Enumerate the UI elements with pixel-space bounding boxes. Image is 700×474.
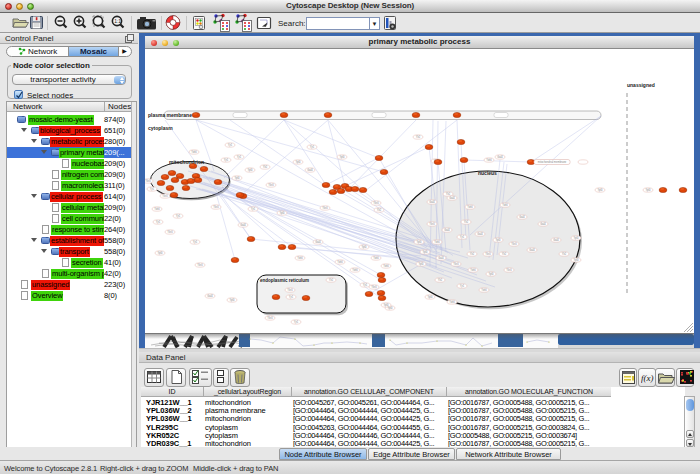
svg-text:Ydr0: Ydr0 (383, 264, 389, 268)
svg-text:Ydr0: Ydr0 (467, 205, 473, 209)
svg-text:f(x): f(x) (641, 373, 654, 383)
svg-text:Ylr2: Ylr2 (464, 220, 469, 224)
svg-text:Ykr0: Ykr0 (371, 285, 377, 289)
svg-text:Ykr0: Ykr0 (197, 263, 203, 267)
svg-text:Ypl0: Ypl0 (417, 240, 423, 244)
svg-text:Gal4: Gal4 (207, 294, 213, 298)
svg-text:Ydr0: Ydr0 (481, 288, 487, 292)
svg-text:1:1: 1:1 (114, 18, 121, 24)
svg-text:Gal4: Gal4 (553, 238, 559, 242)
svg-text:endoplasmic reticulum: endoplasmic reticulum (260, 278, 309, 283)
svg-text:Ydr0: Ydr0 (154, 207, 160, 211)
svg-text:Ykr0: Ykr0 (485, 252, 491, 256)
svg-text:unassigned: unassigned (627, 82, 655, 88)
svg-text:mitochondrion: mitochondrion (169, 159, 204, 165)
svg-text:Ypl0: Ypl0 (296, 160, 302, 164)
svg-text:Gal4: Gal4 (540, 222, 546, 226)
svg-text:Yjr1: Yjr1 (150, 187, 155, 191)
svg-text:Gal4: Gal4 (307, 168, 313, 172)
svg-text:Ydr0: Ydr0 (297, 256, 303, 260)
svg-text:Yjr1: Yjr1 (294, 320, 299, 324)
svg-text:Ypl0: Ypl0 (428, 295, 434, 299)
svg-text:Ypl0: Ypl0 (158, 251, 164, 255)
svg-text:Ypl0: Ypl0 (340, 155, 346, 159)
svg-text:Ypl0: Ypl0 (248, 168, 254, 172)
svg-text:Gal4: Gal4 (438, 256, 444, 260)
svg-text:Ylr2: Ylr2 (502, 252, 507, 256)
svg-text:Ypl0: Ypl0 (489, 272, 495, 276)
svg-text:Ypl0: Ypl0 (384, 303, 390, 307)
svg-text:Ydr0: Ydr0 (434, 240, 440, 244)
svg-text:Ydr0: Ydr0 (373, 256, 379, 260)
svg-text:Gal4: Gal4 (444, 228, 450, 232)
svg-text:Ydr0: Ydr0 (470, 268, 476, 272)
svg-text:Ylr2: Ylr2 (416, 135, 421, 139)
svg-text:Ydr0: Ydr0 (486, 158, 492, 162)
svg-text:Ykr0: Ykr0 (268, 183, 274, 187)
svg-text:Gal4: Gal4 (429, 200, 435, 204)
svg-text:Gal4: Gal4 (529, 248, 535, 252)
svg-text:Gal4: Gal4 (519, 215, 525, 219)
svg-text:Gal4: Gal4 (477, 232, 483, 236)
svg-text:mitochondrial membrane: mitochondrial membrane (538, 160, 567, 164)
svg-text:Yjr1: Yjr1 (193, 240, 198, 244)
svg-text:Ypl0: Ypl0 (230, 298, 236, 302)
svg-text:Ypl0: Ypl0 (419, 262, 425, 266)
svg-text:Ydr0: Ydr0 (449, 300, 455, 304)
svg-text:Ypl0: Ypl0 (235, 176, 241, 180)
svg-text:Ykr0: Ykr0 (167, 230, 173, 234)
svg-text:Ykr0: Ykr0 (429, 222, 435, 226)
svg-text:Ypl0: Ypl0 (646, 188, 652, 192)
svg-text:Ydr0: Ydr0 (502, 203, 508, 207)
svg-text:Ykr0: Ykr0 (373, 201, 379, 205)
svg-text:Ypl0: Ypl0 (423, 250, 429, 254)
svg-text:Yjr1: Yjr1 (224, 158, 229, 162)
svg-text:Ylr2: Ylr2 (562, 252, 567, 256)
svg-text:Yjr1: Yjr1 (237, 155, 242, 159)
svg-text:Yjr1: Yjr1 (289, 295, 294, 299)
svg-text:Yjr1: Yjr1 (363, 283, 368, 287)
svg-text:Yjr1: Yjr1 (176, 214, 181, 218)
svg-text:Ypl0: Ypl0 (598, 188, 604, 192)
svg-text:plasma membrane: plasma membrane (148, 112, 192, 118)
svg-text:Ylr2: Ylr2 (263, 165, 268, 169)
svg-text:Ykr0: Ykr0 (213, 205, 219, 209)
svg-text:Yjr1: Yjr1 (251, 207, 256, 211)
svg-text:Yjr1: Yjr1 (310, 145, 315, 149)
svg-text:Ypl0: Ypl0 (362, 245, 368, 249)
svg-text:Ykr0: Ykr0 (453, 262, 459, 266)
svg-text:Gal4: Gal4 (240, 223, 246, 227)
svg-text:Ykr0: Ykr0 (162, 194, 168, 198)
svg-text:Ylr2: Ylr2 (329, 278, 334, 282)
svg-text:Ylr2: Ylr2 (438, 278, 443, 282)
svg-text:Yjr1: Yjr1 (228, 143, 233, 147)
svg-text:Yjr1: Yjr1 (460, 235, 465, 239)
svg-text:Gal4: Gal4 (449, 196, 455, 200)
svg-text:Ylr2: Ylr2 (446, 192, 451, 196)
svg-text:Ykr0: Ykr0 (511, 242, 517, 246)
svg-text:Ydr0: Ydr0 (337, 260, 343, 264)
svg-text:Yjr1: Yjr1 (460, 284, 465, 288)
svg-text:Ypl0: Ypl0 (574, 258, 580, 262)
svg-text:Ypl0: Ypl0 (574, 236, 580, 240)
svg-text:Ykr0: Ykr0 (322, 206, 328, 210)
svg-text:Ydr0: Ydr0 (191, 150, 197, 154)
svg-text:Ydr0: Ydr0 (352, 268, 358, 272)
svg-text:Ypl0: Ypl0 (496, 238, 502, 242)
svg-text:Ykr0: Ykr0 (145, 179, 151, 183)
svg-text:Ylr2: Ylr2 (377, 208, 382, 212)
svg-text:Gal4: Gal4 (315, 240, 321, 244)
svg-text:Ylr2: Ylr2 (470, 252, 475, 256)
svg-text:Ykr0: Ykr0 (267, 316, 273, 320)
svg-text:nucleus: nucleus (478, 170, 497, 176)
svg-text:Ykr0: Ykr0 (506, 268, 512, 272)
svg-text:Gal4: Gal4 (497, 155, 503, 159)
svg-text:Ypl0: Ypl0 (280, 211, 286, 215)
svg-text:Yjr1: Yjr1 (156, 220, 161, 224)
svg-text:Ykr0: Ykr0 (287, 288, 293, 292)
